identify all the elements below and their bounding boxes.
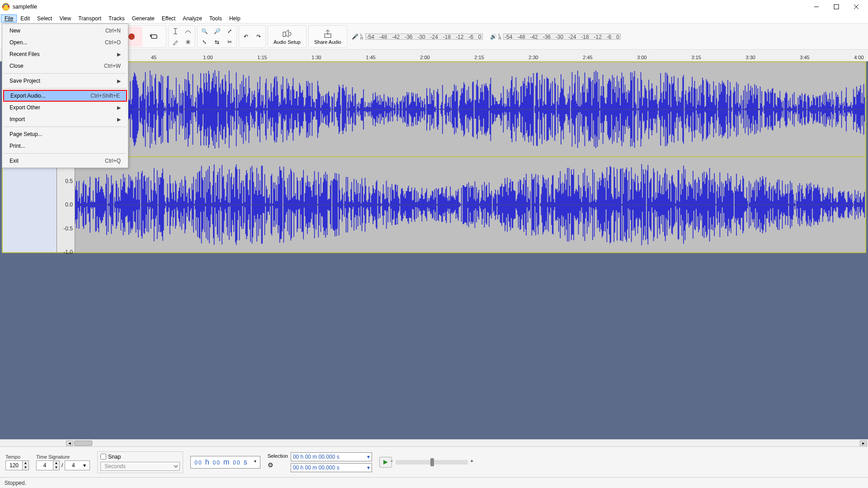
gear-icon[interactable]: ⚙ <box>268 461 288 469</box>
share-audio-group: Share Audio <box>308 25 347 48</box>
track-area: ▲ Select 1.00.50.0-0.5-1.0 1.00.50.0-0.5… <box>0 61 868 439</box>
menu-item-new[interactable]: NewCtrl+N <box>3 25 127 37</box>
app-icon <box>2 3 10 11</box>
bottom-toolbar: Tempo ▲▼ Time Signature ▲▼ / ▾ Snap Seco… <box>0 446 868 477</box>
menu-analyze[interactable]: Analyze <box>179 14 206 23</box>
selection-start[interactable]: 00 h 00 m 00.000 s▾ <box>291 452 372 461</box>
time-counter[interactable]: 00h 00m 00s <box>190 456 260 469</box>
fit-project-icon[interactable]: ⤡ <box>198 37 210 47</box>
timesig-numerator[interactable]: ▲▼ <box>36 460 60 470</box>
menu-view[interactable]: View <box>56 14 75 23</box>
snap-checkbox[interactable] <box>100 454 106 460</box>
maximize-button[interactable] <box>826 0 846 14</box>
zoom-group: 🔍 🔎 ⤢ ⤡ ⇆ ✂ <box>197 25 237 48</box>
menu-item-exit[interactable]: ExitCtrl+Q <box>3 155 127 167</box>
menu-help[interactable]: Help <box>226 14 244 23</box>
audio-setup-button[interactable]: Audio Setup <box>269 27 305 47</box>
audio-track-right: 1.00.50.0-0.5-1.0 <box>2 157 866 253</box>
scroll-thumb[interactable] <box>74 441 92 446</box>
edit-tools-group <box>168 25 195 48</box>
menu-tracks[interactable]: Tracks <box>105 14 128 23</box>
undo-group: ↶ ↷ <box>239 25 266 48</box>
multi-tool-icon[interactable] <box>182 37 194 47</box>
track-control-panel-right <box>3 157 57 252</box>
zoom-toggle-icon[interactable]: ⇆ <box>211 37 223 47</box>
menu-item-close[interactable]: CloseCtrl+W <box>3 60 127 72</box>
waveform-channel-left[interactable] <box>75 62 865 156</box>
record-meter: 🎤 LR -54-48-42-36-30-24-18-12-60 <box>349 33 486 40</box>
toolbar: 🔍 🔎 ⤢ ⤡ ⇆ ✂ ↶ ↷ Audio Setup Share Audio … <box>0 23 868 50</box>
audio-track: ▲ Select 1.00.50.0-0.5-1.0 <box>2 61 866 157</box>
menu-item-import[interactable]: Import▶ <box>3 113 127 125</box>
menu-tools[interactable]: Tools <box>206 14 226 23</box>
menu-effect[interactable]: Effect <box>158 14 179 23</box>
titlebar: samplefile <box>0 0 868 14</box>
loop-button[interactable] <box>143 27 165 47</box>
zoom-in-icon[interactable]: 🔍 <box>198 26 210 36</box>
trim-icon[interactable]: ✂ <box>224 37 236 47</box>
file-dropdown: NewCtrl+NOpen...Ctrl+ORecent Files▶Close… <box>2 23 128 168</box>
playback-meter-scale[interactable]: -54-48-42-36-30-24-18-12-60 <box>503 33 621 40</box>
status-bar: Stopped. <box>0 477 868 488</box>
mic-icon[interactable]: 🎤 <box>352 33 359 40</box>
envelope-tool-icon[interactable] <box>182 26 194 36</box>
close-button[interactable] <box>846 0 866 14</box>
scroll-right-arrow[interactable]: ► <box>860 441 867 446</box>
menu-edit[interactable]: Edit <box>17 14 33 23</box>
undo-icon[interactable]: ↶ <box>240 32 252 42</box>
draw-tool-icon[interactable] <box>170 37 181 47</box>
menubar: File Edit Select View Transport Tracks G… <box>0 14 868 23</box>
menu-item-print-[interactable]: Print... <box>3 140 127 152</box>
playback-meter: 🔊 LR -54-48-42-36-30-24-18-12-60 <box>487 33 624 40</box>
snap-panel: Snap Seconds <box>97 451 183 473</box>
menu-item-recent-files[interactable]: Recent Files▶ <box>3 48 127 60</box>
menu-item-export-audio-[interactable]: Export Audio...Ctrl+Shift+E <box>3 90 127 102</box>
horizontal-scrollbar[interactable]: ◄ ► <box>0 439 868 446</box>
svg-point-1 <box>2 6 4 8</box>
selection-tool-icon[interactable] <box>170 26 181 36</box>
menu-generate[interactable]: Generate <box>128 14 158 23</box>
window-title: samplefile <box>13 4 37 10</box>
svg-marker-10 <box>150 34 151 38</box>
audio-setup-group: Audio Setup <box>268 25 307 48</box>
tempo-field: Tempo ▲▼ <box>5 454 29 470</box>
share-audio-button[interactable]: Share Audio <box>310 27 346 47</box>
menu-transport[interactable]: Transport <box>75 14 105 23</box>
playback-speed-slider[interactable]: −+ <box>396 460 468 465</box>
waveform-channel-right[interactable] <box>75 157 865 252</box>
timesig-field: Time Signature ▲▼ / ▾ <box>36 454 90 470</box>
status-text: Stopped. <box>5 480 26 486</box>
redo-icon[interactable]: ↷ <box>253 32 264 42</box>
snap-select[interactable]: Seconds <box>100 462 180 471</box>
menu-item-open-[interactable]: Open...Ctrl+O <box>3 37 127 48</box>
minimize-button[interactable] <box>807 0 826 14</box>
amplitude-scale-right: 1.00.50.0-0.5-1.0 <box>57 157 75 252</box>
selection-panel: Selection ⚙ 00 h 00 m 00.000 s▾ 00 h 00 … <box>268 452 372 472</box>
menu-select[interactable]: Select <box>33 14 56 23</box>
svg-point-2 <box>8 6 9 8</box>
svg-point-9 <box>128 33 135 40</box>
selection-end[interactable]: 00 h 00 m 00.000 s▾ <box>291 463 372 472</box>
svg-rect-4 <box>834 5 839 9</box>
speaker-icon[interactable]: 🔊 <box>490 33 497 40</box>
fit-selection-icon[interactable]: ⤢ <box>224 26 236 36</box>
record-meter-scale[interactable]: -54-48-42-36-30-24-18-12-60 <box>365 33 483 40</box>
svg-rect-18 <box>283 32 286 37</box>
play-at-speed-group: −+ <box>379 457 468 468</box>
scroll-left-arrow[interactable]: ◄ <box>66 441 73 446</box>
menu-file[interactable]: File <box>1 14 17 23</box>
timesig-denominator[interactable]: ▾ <box>65 460 90 470</box>
menu-item-save-project[interactable]: Save Project▶ <box>3 75 127 87</box>
zoom-out-icon[interactable]: 🔎 <box>211 26 223 36</box>
timeline-ruler[interactable]: 30451:001:151:301:452:002:152:302:453:00… <box>0 50 868 61</box>
tempo-input[interactable]: ▲▼ <box>5 460 29 470</box>
menu-item-export-other[interactable]: Export Other▶ <box>3 102 127 113</box>
svg-marker-23 <box>383 460 388 465</box>
menu-item-page-setup-[interactable]: Page Setup... <box>3 128 127 140</box>
